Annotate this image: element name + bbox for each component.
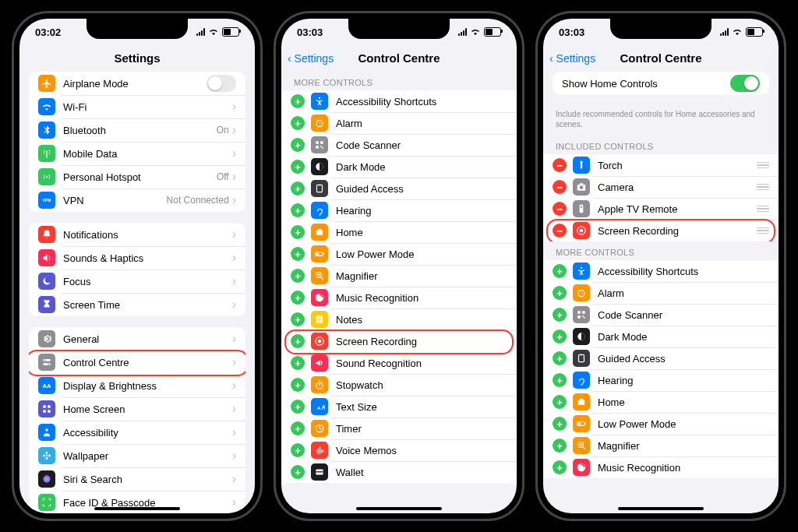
add-button[interactable]: +: [291, 312, 305, 326]
add-button[interactable]: +: [553, 439, 567, 453]
home-indicator[interactable]: [94, 507, 180, 510]
control-row-torch[interactable]: −Torch: [543, 154, 779, 176]
settings-row-wallpaper[interactable]: Wallpaper›: [29, 444, 245, 467]
control-row-code-scanner[interactable]: +Code Scanner: [281, 134, 517, 156]
control-row-camera[interactable]: −Camera: [543, 176, 779, 198]
add-button[interactable]: +: [291, 138, 305, 152]
control-row-dark-mode[interactable]: +Dark Mode: [543, 326, 779, 347]
control-row-sound-recognition[interactable]: +Sound Recognition: [281, 352, 517, 374]
add-button[interactable]: +: [291, 203, 305, 217]
reorder-handle[interactable]: [757, 206, 769, 213]
control-row-low-power-mode[interactable]: +Low Power Mode: [543, 413, 779, 435]
settings-row-notifications[interactable]: Notifications›: [29, 223, 245, 246]
settings-row-wi-fi[interactable]: Wi-Fi›: [29, 95, 245, 118]
control-row-timer[interactable]: +Timer: [281, 417, 517, 439]
control-row-guided-access[interactable]: +Guided Access: [281, 178, 517, 199]
add-button[interactable]: +: [553, 460, 567, 474]
control-row-dark-mode[interactable]: +Dark Mode: [281, 156, 517, 178]
control-row-code-scanner[interactable]: +Code Scanner: [543, 304, 779, 326]
settings-row-accessibility[interactable]: Accessibility›: [29, 421, 245, 444]
add-button[interactable]: +: [291, 400, 305, 414]
control-row-screen-recording[interactable]: +Screen Recording: [281, 330, 517, 352]
toggle[interactable]: [207, 75, 236, 92]
add-button[interactable]: +: [291, 94, 305, 108]
add-button[interactable]: +: [291, 356, 305, 370]
show-home-toggle[interactable]: [730, 75, 760, 92]
timer-icon: [311, 420, 328, 437]
settings-row-personal-hotspot[interactable]: Personal HotspotOff›: [29, 165, 245, 188]
add-button[interactable]: +: [553, 417, 567, 431]
status-time: 03:03: [297, 26, 323, 38]
reorder-handle[interactable]: [757, 184, 769, 191]
control-row-stopwatch[interactable]: +Stopwatch: [281, 374, 517, 396]
settings-row-airplane-mode[interactable]: Airplane Mode: [29, 72, 245, 95]
add-button[interactable]: +: [291, 247, 305, 261]
control-row-accessibility-shortcuts[interactable]: +Accessibility Shortcuts: [281, 90, 517, 112]
remove-button[interactable]: −: [553, 180, 567, 194]
control-row-magnifier[interactable]: +Magnifier: [543, 435, 779, 456]
remove-button[interactable]: −: [553, 202, 567, 216]
add-button[interactable]: +: [553, 373, 567, 387]
control-row-music-recognition[interactable]: +Music Recognition: [543, 456, 779, 478]
reorder-handle[interactable]: [757, 227, 769, 234]
remove-button[interactable]: −: [553, 224, 567, 238]
control-row-screen-recording[interactable]: −Screen Recording: [543, 220, 779, 241]
home-indicator[interactable]: [356, 507, 442, 510]
settings-row-screen-time[interactable]: Screen Time›: [29, 293, 245, 316]
add-button[interactable]: +: [553, 329, 567, 344]
add-button[interactable]: +: [291, 116, 305, 130]
add-button[interactable]: +: [291, 421, 305, 435]
home-indicator[interactable]: [618, 507, 704, 510]
show-home-controls-row[interactable]: Show Home Controls: [553, 72, 769, 95]
add-button[interactable]: +: [553, 264, 567, 278]
settings-row-sounds-haptics[interactable]: Sounds & Haptics›: [29, 246, 245, 270]
settings-row-display-brightness[interactable]: AADisplay & Brightness›: [29, 374, 245, 397]
add-button[interactable]: +: [291, 181, 305, 196]
add-button[interactable]: +: [291, 269, 305, 283]
settings-row-bluetooth[interactable]: BluetoothOn›: [29, 118, 245, 142]
add-button[interactable]: +: [553, 286, 567, 300]
settings-row-general[interactable]: General›: [29, 327, 245, 351]
settings-row-home-screen[interactable]: Home Screen›: [29, 397, 245, 421]
chevron-icon: ›: [232, 100, 236, 114]
speaker-icon: [38, 249, 55, 266]
reorder-handle[interactable]: [757, 162, 769, 169]
settings-row-vpn[interactable]: VPNVPNNot Connected›: [29, 188, 245, 212]
qr-icon: [311, 136, 328, 153]
add-button[interactable]: +: [553, 395, 567, 409]
control-row-voice-memos[interactable]: +Voice Memos: [281, 439, 517, 461]
add-button[interactable]: +: [291, 334, 305, 348]
control-row-notes[interactable]: +Notes: [281, 308, 517, 330]
control-row-accessibility-shortcuts[interactable]: +Accessibility Shortcuts: [543, 260, 779, 282]
remove-button[interactable]: −: [553, 158, 567, 172]
control-row-home[interactable]: +Home: [543, 391, 779, 413]
control-row-magnifier[interactable]: +Magnifier: [281, 265, 517, 287]
back-button[interactable]: ‹ Settings: [549, 45, 595, 72]
add-button[interactable]: +: [291, 291, 305, 305]
control-row-low-power-mode[interactable]: +Low Power Mode: [281, 243, 517, 265]
settings-row-mobile-data[interactable]: Mobile Data›: [29, 142, 245, 165]
settings-row-focus[interactable]: Focus›: [29, 270, 245, 293]
add-button[interactable]: +: [291, 378, 305, 392]
control-row-apple-tv-remote[interactable]: −Apple TV Remote: [543, 198, 779, 220]
settings-row-control-centre[interactable]: Control Centre›: [29, 351, 245, 374]
control-row-wallet[interactable]: +Wallet: [281, 461, 517, 483]
control-row-hearing[interactable]: +Hearing: [543, 369, 779, 391]
add-button[interactable]: +: [553, 351, 567, 365]
control-row-alarm[interactable]: +Alarm: [543, 282, 779, 304]
add-button[interactable]: +: [291, 443, 305, 457]
control-row-text-size[interactable]: +AAText Size: [281, 396, 517, 417]
nav-header: ‹ Settings Control Centre: [543, 45, 779, 72]
row-label: Voice Memos: [336, 445, 507, 456]
back-button[interactable]: ‹ Settings: [288, 45, 334, 72]
control-row-home[interactable]: +Home: [281, 221, 517, 243]
add-button[interactable]: +: [553, 308, 567, 322]
control-row-guided-access[interactable]: +Guided Access: [543, 347, 779, 369]
add-button[interactable]: +: [291, 160, 305, 174]
add-button[interactable]: +: [291, 225, 305, 239]
add-button[interactable]: +: [291, 465, 305, 479]
control-row-hearing[interactable]: +Hearing: [281, 199, 517, 221]
control-row-alarm[interactable]: +Alarm: [281, 112, 517, 134]
control-row-music-recognition[interactable]: +Music Recognition: [281, 287, 517, 308]
settings-row-siri-search[interactable]: Siri & Search›: [29, 467, 245, 491]
